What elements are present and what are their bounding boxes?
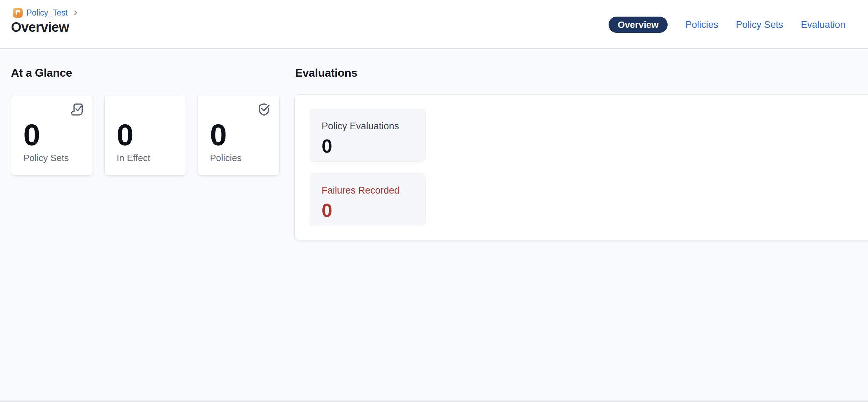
page-header: Policy_Test Overview Overview Policies P… [0,0,868,49]
stat-card-policy-sets: 0 Policy Sets [11,95,93,176]
page-title: Overview [11,20,69,35]
evaluations-heading: Evaluations [295,66,357,79]
stat-value: 0 [210,119,227,150]
policy-app-icon [13,8,23,18]
policy-evaluations-label: Policy Evaluations [322,120,425,132]
chevron-right-icon [72,10,79,16]
policy-evaluations-value: 0 [322,136,425,155]
stat-label: Policies [210,153,242,164]
breadcrumb-project-link[interactable]: Policy_Test [27,8,68,18]
scroll-check-icon [69,101,86,118]
failures-recorded-value: 0 [322,201,425,220]
stat-card-in-effect: 0 In Effect [104,95,186,176]
shield-check-icon [256,101,272,118]
breadcrumb: Policy_Test [13,8,79,18]
stat-label: Policy Sets [23,153,69,164]
stat-card-policies: 0 Policies [198,95,280,176]
at-a-glance-heading: At a Glance [11,66,72,79]
at-a-glance-cards: 0 Policy Sets 0 In Effect 0 Policies [11,95,280,176]
tab-policies[interactable]: Policies [685,19,718,30]
failures-recorded-label: Failures Recorded [322,185,425,196]
tab-overview[interactable]: Overview [609,17,668,33]
stat-value: 0 [23,119,40,150]
tab-policy-sets[interactable]: Policy Sets [736,19,783,30]
failures-recorded-stat: Failures Recorded 0 [310,173,426,226]
stat-value: 0 [117,119,134,150]
tab-evaluation[interactable]: Evaluation [801,19,845,30]
policy-evaluations-stat: Policy Evaluations 0 [310,109,426,162]
stat-label: In Effect [117,153,150,164]
top-nav: Overview Policies Policy Sets Evaluation [609,17,845,33]
evaluations-card: Policy Evaluations 0 Failures Recorded 0 [294,94,868,240]
